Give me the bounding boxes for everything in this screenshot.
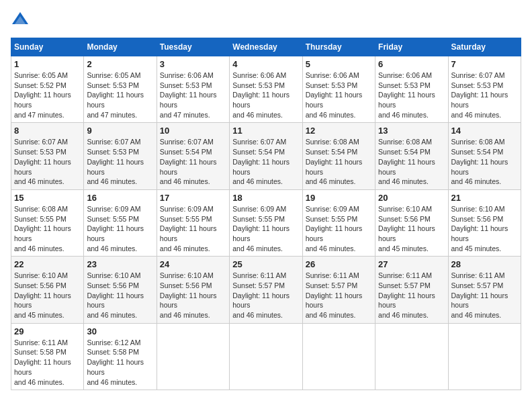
logo [11,11,32,30]
day-number: 18 [232,193,299,203]
calendar-cell: 17 Sunrise: 6:09 AMSunset: 5:55 PMDaylig… [157,189,229,256]
day-number: 13 [378,126,445,136]
day-number: 19 [306,193,372,203]
day-number: 8 [14,126,81,136]
day-number: 4 [232,59,299,69]
day-number: 15 [14,193,81,203]
calendar-cell: 30 Sunrise: 6:12 AMSunset: 5:58 PMDaylig… [84,323,157,390]
day-number: 3 [160,59,226,69]
day-number: 2 [87,59,153,69]
calendar-cell: 2 Sunrise: 6:05 AMSunset: 5:53 PMDayligh… [84,56,157,123]
day-info: Sunrise: 6:08 AMSunset: 5:54 PMDaylight:… [451,137,518,186]
calendar-cell [230,323,302,390]
day-header-friday: Friday [375,38,448,56]
calendar-cell: 3 Sunrise: 6:06 AMSunset: 5:53 PMDayligh… [157,56,229,123]
day-info: Sunrise: 6:09 AMSunset: 5:55 PMDaylight:… [232,204,299,253]
page-header [11,11,521,30]
day-info: Sunrise: 6:08 AMSunset: 5:54 PMDaylight:… [306,137,372,186]
calendar-cell: 15 Sunrise: 6:08 AMSunset: 5:55 PMDaylig… [11,189,84,256]
calendar-week-2: 8 Sunrise: 6:07 AMSunset: 5:53 PMDayligh… [11,123,521,189]
day-info: Sunrise: 6:06 AMSunset: 5:53 PMDaylight:… [306,71,372,120]
calendar-cell: 9 Sunrise: 6:07 AMSunset: 5:53 PMDayligh… [84,123,157,189]
day-info: Sunrise: 6:10 AMSunset: 5:56 PMDaylight:… [451,204,518,253]
calendar-cell: 26 Sunrise: 6:11 AMSunset: 5:57 PMDaylig… [302,257,375,323]
calendar-cell: 22 Sunrise: 6:10 AMSunset: 5:56 PMDaylig… [11,257,84,323]
calendar-cell [375,323,448,390]
day-info: Sunrise: 6:10 AMSunset: 5:56 PMDaylight:… [378,204,445,253]
calendar-week-4: 22 Sunrise: 6:10 AMSunset: 5:56 PMDaylig… [11,257,521,323]
day-info: Sunrise: 6:12 AMSunset: 5:58 PMDaylight:… [87,338,153,387]
calendar-cell: 16 Sunrise: 6:09 AMSunset: 5:55 PMDaylig… [84,189,157,256]
calendar-cell: 7 Sunrise: 6:07 AMSunset: 5:53 PMDayligh… [448,56,521,123]
calendar-cell: 10 Sunrise: 6:07 AMSunset: 5:54 PMDaylig… [157,123,229,189]
day-info: Sunrise: 6:09 AMSunset: 5:55 PMDaylight:… [87,204,153,253]
day-header-tuesday: Tuesday [157,38,229,56]
day-info: Sunrise: 6:10 AMSunset: 5:56 PMDaylight:… [160,271,226,320]
calendar-table: SundayMondayTuesdayWednesdayThursdayFrid… [11,38,521,390]
calendar-cell [302,323,375,390]
day-number: 24 [160,259,226,269]
calendar-cell: 21 Sunrise: 6:10 AMSunset: 5:56 PMDaylig… [448,189,521,256]
calendar-cell: 4 Sunrise: 6:06 AMSunset: 5:53 PMDayligh… [230,56,302,123]
day-info: Sunrise: 6:05 AMSunset: 5:53 PMDaylight:… [87,71,153,120]
day-info: Sunrise: 6:10 AMSunset: 5:56 PMDaylight:… [14,271,81,320]
day-number: 1 [14,59,81,69]
day-header-monday: Monday [84,38,157,56]
day-info: Sunrise: 6:09 AMSunset: 5:55 PMDaylight:… [160,204,226,253]
day-number: 14 [451,126,518,136]
day-number: 17 [160,193,226,203]
day-info: Sunrise: 6:08 AMSunset: 5:54 PMDaylight:… [378,137,445,186]
calendar-cell: 24 Sunrise: 6:10 AMSunset: 5:56 PMDaylig… [157,257,229,323]
calendar-cell: 27 Sunrise: 6:11 AMSunset: 5:57 PMDaylig… [375,257,448,323]
day-number: 16 [87,193,153,203]
day-number: 6 [378,59,445,69]
calendar-cell [157,323,229,390]
calendar-header-row: SundayMondayTuesdayWednesdayThursdayFrid… [11,38,521,56]
calendar-cell: 14 Sunrise: 6:08 AMSunset: 5:54 PMDaylig… [448,123,521,189]
day-number: 29 [14,326,81,336]
day-info: Sunrise: 6:07 AMSunset: 5:54 PMDaylight:… [160,137,226,186]
calendar-week-5: 29 Sunrise: 6:11 AMSunset: 5:58 PMDaylig… [11,323,521,390]
day-number: 27 [378,259,445,269]
day-number: 10 [160,126,226,136]
calendar-cell: 6 Sunrise: 6:06 AMSunset: 5:53 PMDayligh… [375,56,448,123]
calendar-cell: 13 Sunrise: 6:08 AMSunset: 5:54 PMDaylig… [375,123,448,189]
calendar-cell: 1 Sunrise: 6:05 AMSunset: 5:52 PMDayligh… [11,56,84,123]
day-info: Sunrise: 6:06 AMSunset: 5:53 PMDaylight:… [378,71,445,120]
logo-icon [11,11,30,30]
day-info: Sunrise: 6:11 AMSunset: 5:58 PMDaylight:… [14,338,81,387]
day-info: Sunrise: 6:06 AMSunset: 5:53 PMDaylight:… [232,71,299,120]
day-info: Sunrise: 6:11 AMSunset: 5:57 PMDaylight:… [451,271,518,320]
day-info: Sunrise: 6:09 AMSunset: 5:55 PMDaylight:… [306,204,372,253]
day-header-saturday: Saturday [448,38,521,56]
day-number: 23 [87,259,153,269]
calendar-cell: 18 Sunrise: 6:09 AMSunset: 5:55 PMDaylig… [230,189,302,256]
day-number: 28 [451,259,518,269]
calendar-cell: 5 Sunrise: 6:06 AMSunset: 5:53 PMDayligh… [302,56,375,123]
calendar-cell: 8 Sunrise: 6:07 AMSunset: 5:53 PMDayligh… [11,123,84,189]
day-info: Sunrise: 6:07 AMSunset: 5:54 PMDaylight:… [232,137,299,186]
calendar-cell: 25 Sunrise: 6:11 AMSunset: 5:57 PMDaylig… [230,257,302,323]
day-info: Sunrise: 6:11 AMSunset: 5:57 PMDaylight:… [378,271,445,320]
calendar-cell: 28 Sunrise: 6:11 AMSunset: 5:57 PMDaylig… [448,257,521,323]
day-header-thursday: Thursday [302,38,375,56]
day-number: 9 [87,126,153,136]
day-number: 26 [306,259,372,269]
day-info: Sunrise: 6:07 AMSunset: 5:53 PMDaylight:… [14,137,81,186]
day-header-wednesday: Wednesday [230,38,302,56]
day-info: Sunrise: 6:08 AMSunset: 5:55 PMDaylight:… [14,204,81,253]
day-info: Sunrise: 6:05 AMSunset: 5:52 PMDaylight:… [14,71,81,120]
calendar-week-1: 1 Sunrise: 6:05 AMSunset: 5:52 PMDayligh… [11,56,521,123]
calendar-cell [448,323,521,390]
day-number: 5 [306,59,372,69]
day-info: Sunrise: 6:07 AMSunset: 5:53 PMDaylight:… [451,71,518,120]
day-number: 20 [378,193,445,203]
day-header-sunday: Sunday [11,38,84,56]
calendar-week-3: 15 Sunrise: 6:08 AMSunset: 5:55 PMDaylig… [11,189,521,256]
calendar-cell: 19 Sunrise: 6:09 AMSunset: 5:55 PMDaylig… [302,189,375,256]
day-number: 25 [232,259,299,269]
day-info: Sunrise: 6:11 AMSunset: 5:57 PMDaylight:… [306,271,372,320]
day-info: Sunrise: 6:07 AMSunset: 5:53 PMDaylight:… [87,137,153,186]
day-number: 12 [306,126,372,136]
day-info: Sunrise: 6:11 AMSunset: 5:57 PMDaylight:… [232,271,299,320]
